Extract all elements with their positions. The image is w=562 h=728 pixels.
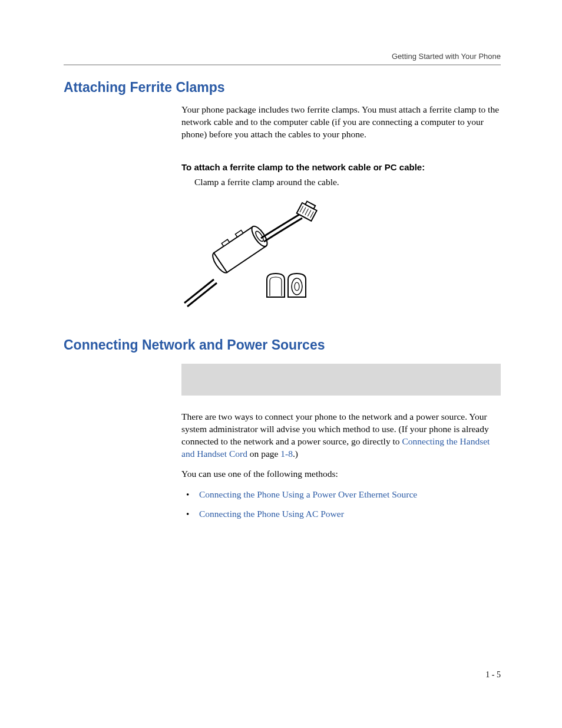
document-page: Getting Started with Your Phone Attachin… — [0, 0, 562, 728]
section2-paragraph1: There are two ways to connect your phone… — [181, 411, 501, 460]
p1-text-post: .) — [293, 449, 298, 459]
list-item: Connecting the Phone Using AC Power — [181, 508, 501, 521]
link-poe-source[interactable]: Connecting the Phone Using a Power Over … — [199, 489, 417, 499]
heading-connecting-network-power: Connecting Network and Power Sources — [64, 337, 501, 353]
running-header: Getting Started with Your Phone — [64, 52, 501, 61]
section2-body: There are two ways to connect your phone… — [181, 364, 501, 521]
section2-paragraph2: You can use one of the following methods… — [181, 468, 501, 480]
callout-placeholder — [181, 364, 501, 396]
section1-sub-heading: To attach a ferrite clamp to the network… — [181, 162, 501, 172]
header-rule — [64, 64, 501, 65]
section1-body: Your phone package includes two ferrite … — [181, 104, 501, 317]
link-ac-power[interactable]: Connecting the Phone Using AC Power — [199, 509, 344, 519]
section1-step: Clamp a ferrite clamp around the cable. — [194, 177, 501, 187]
heading-attaching-ferrite-clamps: Attaching Ferrite Clamps — [64, 80, 501, 95]
ferrite-clamp-diagram — [181, 197, 501, 317]
section1-paragraph: Your phone package includes two ferrite … — [181, 104, 501, 141]
method-list: Connecting the Phone Using a Power Over … — [181, 489, 501, 521]
p1-text-mid: on page — [247, 449, 280, 459]
ferrite-clamp-illustration-icon — [181, 197, 346, 315]
link-page-ref[interactable]: 1-8 — [280, 449, 293, 459]
page-number: 1 - 5 — [485, 670, 501, 680]
list-item: Connecting the Phone Using a Power Over … — [181, 489, 501, 501]
